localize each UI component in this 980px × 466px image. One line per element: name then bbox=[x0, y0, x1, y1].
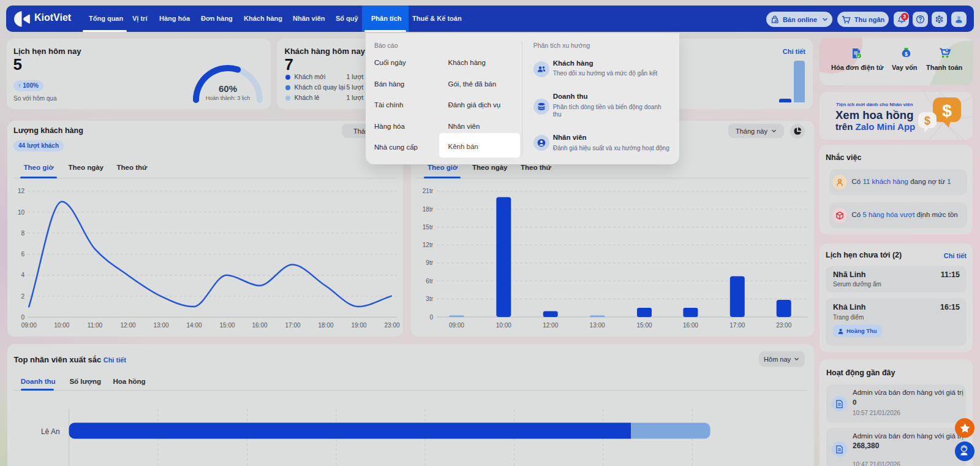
svg-text:09:00: 09:00 bbox=[449, 322, 464, 329]
svg-text:$: $ bbox=[905, 51, 908, 57]
svg-text:17:00: 17:00 bbox=[285, 322, 300, 329]
svg-text:17:00: 17:00 bbox=[729, 322, 745, 329]
svg-text:13:00: 13:00 bbox=[590, 322, 605, 329]
svg-text:10:00: 10:00 bbox=[54, 322, 69, 329]
svg-text:15:00: 15:00 bbox=[636, 322, 652, 329]
svg-text:15tr: 15tr bbox=[423, 224, 434, 231]
svg-text:9tr: 9tr bbox=[426, 259, 433, 266]
svg-text:6tr: 6tr bbox=[426, 278, 433, 285]
svg-text:8: 8 bbox=[21, 230, 24, 237]
svg-text:12: 12 bbox=[18, 188, 25, 194]
svg-text:$: $ bbox=[924, 115, 930, 127]
svg-text:18:00: 18:00 bbox=[318, 322, 333, 329]
svg-text:2: 2 bbox=[21, 293, 24, 300]
svg-text:16:00: 16:00 bbox=[683, 322, 698, 329]
svg-text:K: K bbox=[946, 48, 948, 52]
svg-text:23:00: 23:00 bbox=[776, 322, 791, 329]
svg-text:4: 4 bbox=[21, 272, 24, 278]
svg-text:18tr: 18tr bbox=[423, 206, 434, 213]
svg-text:15:00: 15:00 bbox=[219, 322, 235, 329]
svg-text:11:00: 11:00 bbox=[88, 322, 103, 329]
svg-text:13:00: 13:00 bbox=[153, 322, 168, 329]
svg-text:09:00: 09:00 bbox=[21, 322, 37, 329]
svg-text:0: 0 bbox=[429, 314, 433, 321]
svg-text:23:00: 23:00 bbox=[384, 322, 399, 329]
svg-text:19:00: 19:00 bbox=[351, 322, 366, 329]
svg-text:10:00: 10:00 bbox=[496, 322, 511, 329]
svg-text:10: 10 bbox=[18, 209, 25, 216]
svg-text:12:00: 12:00 bbox=[120, 322, 135, 329]
svg-text:$: $ bbox=[942, 101, 952, 120]
svg-text:3tr: 3tr bbox=[426, 296, 433, 302]
svg-text:12:00: 12:00 bbox=[543, 322, 558, 329]
svg-text:12tr: 12tr bbox=[423, 242, 434, 248]
svg-text:14:00: 14:00 bbox=[186, 322, 202, 329]
svg-text:0: 0 bbox=[21, 314, 24, 321]
svg-text:6: 6 bbox=[21, 251, 24, 258]
svg-text:21tr: 21tr bbox=[423, 188, 434, 194]
svg-text:Lê An: Lê An bbox=[41, 427, 60, 436]
svg-text:16:00: 16:00 bbox=[252, 322, 267, 329]
